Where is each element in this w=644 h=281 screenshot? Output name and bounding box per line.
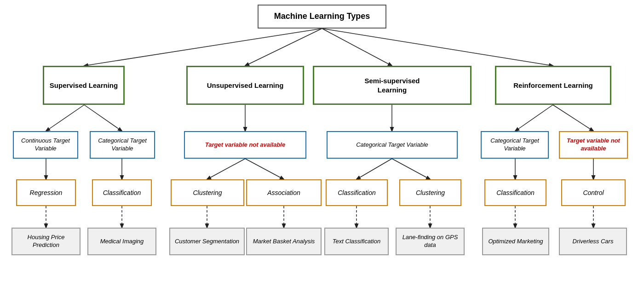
text-class-node: Text Classification <box>324 228 389 255</box>
driverless-node: Driverless Cars <box>559 228 627 255</box>
control-node: Control <box>561 179 626 206</box>
svg-line-3 <box>322 29 553 66</box>
lane-node: Lane-finding on GPS data <box>396 228 465 255</box>
clustering-unsup-node: Clustering <box>171 179 244 206</box>
categorical-rl-node: Categorical Target Variable <box>481 131 549 159</box>
customer-node: Customer Segmentation <box>169 228 245 255</box>
target-not-avail-unsup-node: Target variable not available <box>184 131 306 159</box>
svg-line-11 <box>207 159 245 179</box>
svg-line-2 <box>322 29 392 66</box>
optimized-node: Optimized Marketing <box>482 228 549 255</box>
svg-line-20 <box>515 105 553 131</box>
categorical-semi-node: Categorical Target Variable <box>327 131 458 159</box>
svg-line-4 <box>46 105 84 131</box>
classification-sup-node: Classification <box>92 179 152 206</box>
svg-line-0 <box>84 29 322 66</box>
svg-line-17 <box>392 159 430 179</box>
svg-line-5 <box>84 105 122 131</box>
classification-rl-node: Classification <box>484 179 546 206</box>
semi-node: Semi-supervisedLearning <box>313 66 472 105</box>
reinforcement-node: Reinforcement Learning <box>495 66 611 105</box>
medical-node: Medical Imaging <box>87 228 156 255</box>
target-not-avail-rl-node: Target variable not available <box>559 131 628 159</box>
svg-line-21 <box>553 105 593 131</box>
housing-node: Housing Price Prediction <box>12 228 80 255</box>
svg-line-16 <box>356 159 392 179</box>
association-node: Association <box>246 179 322 206</box>
continuous-node: Continuous Target Variable <box>13 131 78 159</box>
clustering-semi-node: Clustering <box>399 179 461 206</box>
svg-line-1 <box>245 29 322 66</box>
root-node: Machine Learning Types <box>258 5 386 29</box>
classification-semi-node: Classification <box>326 179 388 206</box>
categorical-sup-node: Categorical Target Variable <box>90 131 155 159</box>
market-node: Market Basket Analysis <box>246 228 322 255</box>
diagram: Machine Learning Types Supervised Learni… <box>0 0 644 281</box>
svg-line-12 <box>245 159 284 179</box>
supervised-node: Supervised Learning <box>43 66 125 105</box>
unsupervised-node: Unsupervised Learning <box>186 66 304 105</box>
regression-node: Regression <box>16 179 76 206</box>
